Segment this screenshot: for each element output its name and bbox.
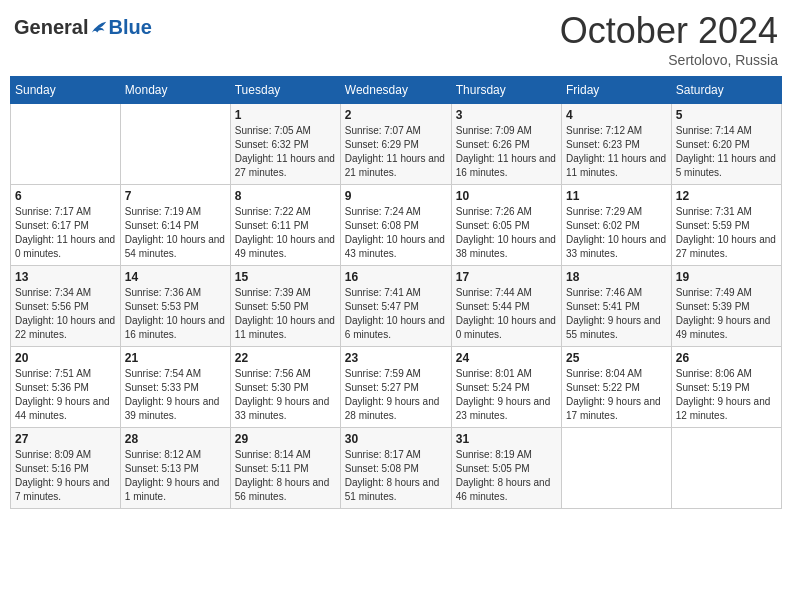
day-number: 18 xyxy=(566,270,667,284)
daylight-text: Daylight: 10 hours and 22 minutes. xyxy=(15,314,116,342)
sunrise-text: Sunrise: 7:17 AM xyxy=(15,205,116,219)
daylight-text: Daylight: 9 hours and 49 minutes. xyxy=(676,314,777,342)
daylight-text: Daylight: 8 hours and 51 minutes. xyxy=(345,476,447,504)
calendar-cell: 31Sunrise: 8:19 AMSunset: 5:05 PMDayligh… xyxy=(451,428,561,509)
day-info: Sunrise: 8:01 AMSunset: 5:24 PMDaylight:… xyxy=(456,367,557,423)
sunset-text: Sunset: 5:44 PM xyxy=(456,300,557,314)
location-subtitle: Sertolovo, Russia xyxy=(560,52,778,68)
calendar-week-row: 13Sunrise: 7:34 AMSunset: 5:56 PMDayligh… xyxy=(11,266,782,347)
sunrise-text: Sunrise: 7:36 AM xyxy=(125,286,226,300)
day-number: 6 xyxy=(15,189,116,203)
sunset-text: Sunset: 5:13 PM xyxy=(125,462,226,476)
calendar-cell xyxy=(562,428,672,509)
sunrise-text: Sunrise: 7:51 AM xyxy=(15,367,116,381)
calendar-cell: 27Sunrise: 8:09 AMSunset: 5:16 PMDayligh… xyxy=(11,428,121,509)
calendar-cell: 6Sunrise: 7:17 AMSunset: 6:17 PMDaylight… xyxy=(11,185,121,266)
day-info: Sunrise: 8:14 AMSunset: 5:11 PMDaylight:… xyxy=(235,448,336,504)
calendar-cell: 1Sunrise: 7:05 AMSunset: 6:32 PMDaylight… xyxy=(230,104,340,185)
day-info: Sunrise: 8:06 AMSunset: 5:19 PMDaylight:… xyxy=(676,367,777,423)
calendar-cell: 2Sunrise: 7:07 AMSunset: 6:29 PMDaylight… xyxy=(340,104,451,185)
day-info: Sunrise: 7:14 AMSunset: 6:20 PMDaylight:… xyxy=(676,124,777,180)
calendar-cell: 3Sunrise: 7:09 AMSunset: 6:26 PMDaylight… xyxy=(451,104,561,185)
sunset-text: Sunset: 5:24 PM xyxy=(456,381,557,395)
calendar-cell: 11Sunrise: 7:29 AMSunset: 6:02 PMDayligh… xyxy=(562,185,672,266)
sunset-text: Sunset: 6:08 PM xyxy=(345,219,447,233)
sunset-text: Sunset: 5:59 PM xyxy=(676,219,777,233)
column-header-wednesday: Wednesday xyxy=(340,77,451,104)
sunrise-text: Sunrise: 8:14 AM xyxy=(235,448,336,462)
day-info: Sunrise: 7:12 AMSunset: 6:23 PMDaylight:… xyxy=(566,124,667,180)
daylight-text: Daylight: 9 hours and 55 minutes. xyxy=(566,314,667,342)
sunset-text: Sunset: 5:47 PM xyxy=(345,300,447,314)
day-info: Sunrise: 8:12 AMSunset: 5:13 PMDaylight:… xyxy=(125,448,226,504)
daylight-text: Daylight: 10 hours and 33 minutes. xyxy=(566,233,667,261)
sunrise-text: Sunrise: 7:54 AM xyxy=(125,367,226,381)
day-number: 22 xyxy=(235,351,336,365)
day-info: Sunrise: 7:29 AMSunset: 6:02 PMDaylight:… xyxy=(566,205,667,261)
daylight-text: Daylight: 10 hours and 43 minutes. xyxy=(345,233,447,261)
day-number: 13 xyxy=(15,270,116,284)
day-number: 29 xyxy=(235,432,336,446)
sunset-text: Sunset: 6:20 PM xyxy=(676,138,777,152)
day-info: Sunrise: 8:19 AMSunset: 5:05 PMDaylight:… xyxy=(456,448,557,504)
day-info: Sunrise: 7:59 AMSunset: 5:27 PMDaylight:… xyxy=(345,367,447,423)
sunrise-text: Sunrise: 7:44 AM xyxy=(456,286,557,300)
day-info: Sunrise: 7:26 AMSunset: 6:05 PMDaylight:… xyxy=(456,205,557,261)
logo: General Blue xyxy=(14,16,152,39)
sunrise-text: Sunrise: 7:41 AM xyxy=(345,286,447,300)
sunset-text: Sunset: 6:02 PM xyxy=(566,219,667,233)
sunrise-text: Sunrise: 7:46 AM xyxy=(566,286,667,300)
calendar-cell: 22Sunrise: 7:56 AMSunset: 5:30 PMDayligh… xyxy=(230,347,340,428)
daylight-text: Daylight: 11 hours and 5 minutes. xyxy=(676,152,777,180)
sunrise-text: Sunrise: 7:05 AM xyxy=(235,124,336,138)
sunrise-text: Sunrise: 7:09 AM xyxy=(456,124,557,138)
daylight-text: Daylight: 11 hours and 27 minutes. xyxy=(235,152,336,180)
sunset-text: Sunset: 5:16 PM xyxy=(15,462,116,476)
day-number: 28 xyxy=(125,432,226,446)
day-info: Sunrise: 7:56 AMSunset: 5:30 PMDaylight:… xyxy=(235,367,336,423)
day-info: Sunrise: 7:19 AMSunset: 6:14 PMDaylight:… xyxy=(125,205,226,261)
day-info: Sunrise: 7:54 AMSunset: 5:33 PMDaylight:… xyxy=(125,367,226,423)
day-number: 30 xyxy=(345,432,447,446)
day-number: 3 xyxy=(456,108,557,122)
calendar-week-row: 6Sunrise: 7:17 AMSunset: 6:17 PMDaylight… xyxy=(11,185,782,266)
day-number: 31 xyxy=(456,432,557,446)
calendar-cell xyxy=(120,104,230,185)
daylight-text: Daylight: 8 hours and 46 minutes. xyxy=(456,476,557,504)
calendar-cell: 20Sunrise: 7:51 AMSunset: 5:36 PMDayligh… xyxy=(11,347,121,428)
day-info: Sunrise: 7:51 AMSunset: 5:36 PMDaylight:… xyxy=(15,367,116,423)
day-number: 9 xyxy=(345,189,447,203)
calendar-cell: 5Sunrise: 7:14 AMSunset: 6:20 PMDaylight… xyxy=(671,104,781,185)
sunset-text: Sunset: 5:41 PM xyxy=(566,300,667,314)
sunset-text: Sunset: 6:05 PM xyxy=(456,219,557,233)
sunrise-text: Sunrise: 8:19 AM xyxy=(456,448,557,462)
logo-bird-icon xyxy=(90,19,108,37)
daylight-text: Daylight: 10 hours and 49 minutes. xyxy=(235,233,336,261)
calendar-cell: 29Sunrise: 8:14 AMSunset: 5:11 PMDayligh… xyxy=(230,428,340,509)
day-number: 25 xyxy=(566,351,667,365)
sunset-text: Sunset: 5:33 PM xyxy=(125,381,226,395)
sunset-text: Sunset: 5:39 PM xyxy=(676,300,777,314)
sunrise-text: Sunrise: 7:34 AM xyxy=(15,286,116,300)
calendar-week-row: 27Sunrise: 8:09 AMSunset: 5:16 PMDayligh… xyxy=(11,428,782,509)
day-number: 11 xyxy=(566,189,667,203)
day-info: Sunrise: 7:17 AMSunset: 6:17 PMDaylight:… xyxy=(15,205,116,261)
day-number: 17 xyxy=(456,270,557,284)
sunrise-text: Sunrise: 7:14 AM xyxy=(676,124,777,138)
calendar-cell: 18Sunrise: 7:46 AMSunset: 5:41 PMDayligh… xyxy=(562,266,672,347)
daylight-text: Daylight: 10 hours and 54 minutes. xyxy=(125,233,226,261)
daylight-text: Daylight: 8 hours and 56 minutes. xyxy=(235,476,336,504)
sunset-text: Sunset: 5:19 PM xyxy=(676,381,777,395)
title-block: October 2024 Sertolovo, Russia xyxy=(560,10,778,68)
sunset-text: Sunset: 5:11 PM xyxy=(235,462,336,476)
calendar-cell: 26Sunrise: 8:06 AMSunset: 5:19 PMDayligh… xyxy=(671,347,781,428)
calendar-cell: 14Sunrise: 7:36 AMSunset: 5:53 PMDayligh… xyxy=(120,266,230,347)
day-info: Sunrise: 7:34 AMSunset: 5:56 PMDaylight:… xyxy=(15,286,116,342)
sunrise-text: Sunrise: 7:07 AM xyxy=(345,124,447,138)
sunrise-text: Sunrise: 7:59 AM xyxy=(345,367,447,381)
calendar-cell: 23Sunrise: 7:59 AMSunset: 5:27 PMDayligh… xyxy=(340,347,451,428)
daylight-text: Daylight: 10 hours and 38 minutes. xyxy=(456,233,557,261)
sunrise-text: Sunrise: 7:31 AM xyxy=(676,205,777,219)
daylight-text: Daylight: 10 hours and 0 minutes. xyxy=(456,314,557,342)
daylight-text: Daylight: 9 hours and 39 minutes. xyxy=(125,395,226,423)
